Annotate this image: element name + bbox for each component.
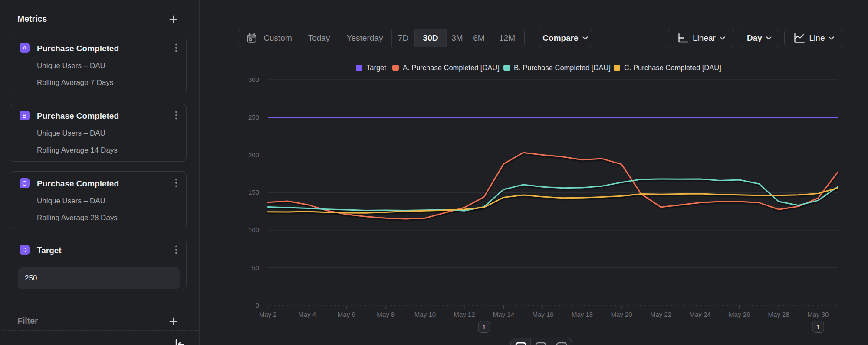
svg-text:May 24: May 24: [689, 311, 710, 318]
svg-text:50: 50: [252, 264, 259, 271]
svg-text:300: 300: [248, 76, 259, 83]
svg-text:250: 250: [248, 114, 259, 121]
svg-text:May 12: May 12: [454, 311, 475, 318]
svg-text:May 14: May 14: [493, 311, 514, 318]
svg-text:May 4: May 4: [298, 311, 316, 318]
svg-text:May 8: May 8: [377, 311, 395, 318]
svg-text:1: 1: [816, 323, 820, 331]
svg-text:200: 200: [248, 151, 259, 159]
svg-text:May 20: May 20: [611, 311, 632, 318]
svg-text:May 22: May 22: [650, 311, 671, 318]
svg-text:May 18: May 18: [572, 311, 593, 318]
svg-text:1: 1: [482, 323, 486, 331]
svg-text:May 6: May 6: [338, 311, 355, 318]
svg-text:0: 0: [256, 302, 259, 309]
svg-text:May 10: May 10: [414, 311, 436, 318]
svg-text:150: 150: [248, 189, 259, 196]
svg-text:May 2: May 2: [259, 311, 277, 318]
svg-text:May 28: May 28: [768, 311, 789, 318]
svg-text:May 26: May 26: [729, 311, 750, 318]
svg-text:May 16: May 16: [532, 311, 553, 318]
svg-text:100: 100: [248, 226, 259, 234]
svg-text:May 30: May 30: [807, 311, 829, 318]
